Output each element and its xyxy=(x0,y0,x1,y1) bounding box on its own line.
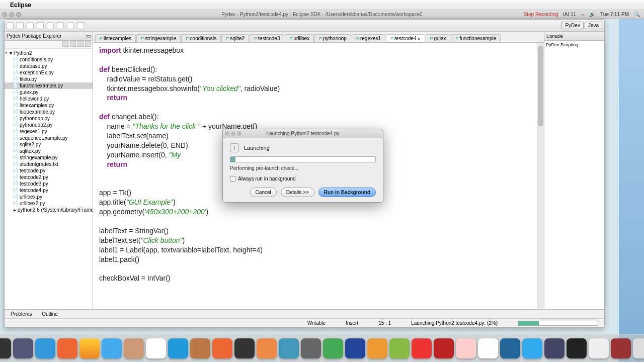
dock-icon[interactable] xyxy=(522,338,542,358)
outline-tab[interactable]: Outline xyxy=(39,311,61,317)
launching-dialog: Launching Python2 testcode4.py i Launchi… xyxy=(222,129,383,203)
file-node[interactable]: functionexample.py xyxy=(5,82,93,89)
editor-tab[interactable]: Pconditionals xyxy=(181,34,221,42)
dock-icon[interactable] xyxy=(57,338,77,358)
python-system-node[interactable]: ▸ python2.6 (/System/Library/Frameworks/… xyxy=(5,207,93,213)
status-insert: Insert xyxy=(346,320,358,326)
toolbar-button[interactable] xyxy=(47,22,54,29)
project-node[interactable]: ▾ Python2 xyxy=(5,50,93,56)
always-background-label: Always run in background xyxy=(238,176,296,182)
file-node[interactable]: conditionals.py xyxy=(5,56,93,63)
problems-tab[interactable]: Problems xyxy=(8,311,35,317)
file-node[interactable]: testcode3.py xyxy=(5,180,93,187)
file-node[interactable]: listexamples.py xyxy=(5,102,93,109)
vertical-scrollbar[interactable] xyxy=(537,43,544,309)
dock-icon[interactable] xyxy=(124,338,144,358)
spotlight-icon[interactable]: 🔍 xyxy=(634,12,640,17)
dock-icon[interactable] xyxy=(412,338,432,358)
dock-icon[interactable] xyxy=(234,338,255,358)
stop-recording[interactable]: Stop Recording xyxy=(524,12,558,17)
console-tab[interactable]: Console xyxy=(546,34,563,39)
dock-icon[interactable] xyxy=(257,338,277,358)
file-node[interactable]: pythonoop.py xyxy=(5,115,93,122)
window-traffic-lights[interactable] xyxy=(2,12,21,17)
toolbar-button[interactable] xyxy=(7,22,14,29)
dock-icon[interactable] xyxy=(13,338,33,358)
perspective-java[interactable]: Java xyxy=(585,22,602,29)
toolbar-button[interactable] xyxy=(17,22,24,29)
editor-tab[interactable]: Pguiex xyxy=(426,34,451,42)
file-node[interactable]: sequenceExample.py xyxy=(5,135,93,141)
dock-icon[interactable] xyxy=(102,338,122,358)
dock-icon[interactable] xyxy=(567,338,587,358)
mac-menubar: Eclipse xyxy=(0,0,644,10)
main-toolbar: PyDev Java xyxy=(5,20,604,32)
dock-icon[interactable] xyxy=(212,338,232,358)
mac-app-name[interactable]: Eclipse xyxy=(10,2,31,9)
file-node[interactable]: sqlitex.py xyxy=(5,148,93,154)
file-node[interactable]: testcode.py xyxy=(5,167,93,174)
info-icon: i xyxy=(230,143,239,152)
file-node[interactable]: stringexample.py xyxy=(5,154,93,161)
file-node[interactable]: guiex.py xyxy=(5,89,93,96)
package-explorer: Pydev Package Explorer ▭ ▾ Python2condit… xyxy=(5,32,93,309)
dock-icon[interactable] xyxy=(146,338,166,358)
file-node[interactable]: urllibex2.py xyxy=(5,200,93,207)
toolbar-button[interactable] xyxy=(57,22,64,29)
dock-icon[interactable] xyxy=(500,338,520,358)
editor-tab[interactable]: Ppythonoop xyxy=(314,34,351,42)
file-node[interactable]: fileio.py xyxy=(5,76,93,82)
dock-icon[interactable] xyxy=(389,338,410,358)
editor-tab[interactable]: Pfunctionexample xyxy=(451,34,501,42)
details-button[interactable]: Details >> xyxy=(281,188,314,197)
editor-tab[interactable]: Pstringexample xyxy=(136,34,181,42)
dock-icon[interactable] xyxy=(434,338,454,358)
dock-icon[interactable] xyxy=(301,338,321,358)
toolbar-button[interactable] xyxy=(27,22,34,29)
dock-icon[interactable] xyxy=(323,338,343,358)
file-node[interactable]: exceptionEx.py xyxy=(5,69,93,76)
cancel-button[interactable]: Cancel xyxy=(250,188,277,197)
file-node[interactable]: sqlite2.py xyxy=(5,141,93,148)
minimize-icon[interactable]: ▭ xyxy=(86,33,91,39)
toolbar-button[interactable] xyxy=(67,22,74,29)
dock-icon[interactable] xyxy=(611,338,631,358)
dock-icon[interactable] xyxy=(168,338,188,358)
file-node[interactable]: database.py xyxy=(5,63,93,69)
editor-tab[interactable]: Plistexamples xyxy=(95,34,136,42)
dock-icon[interactable] xyxy=(544,338,565,358)
toolbar-button[interactable] xyxy=(37,22,44,29)
dock-icon[interactable] xyxy=(279,338,299,358)
editor-tab[interactable]: Ptestcode4● xyxy=(386,34,425,42)
menubar-right: Stop Recording iAI 11 ⏦ 🔊 Tue 7:11 PM 🔍 xyxy=(524,12,640,17)
dock-icon[interactable] xyxy=(35,338,55,358)
editor-tab[interactable]: Psqlite2 xyxy=(221,34,249,42)
file-node[interactable]: urllibex.py xyxy=(5,194,93,200)
toolbar-button[interactable] xyxy=(77,22,84,29)
dock-icon[interactable] xyxy=(633,338,644,358)
file-node[interactable]: testcode4.py xyxy=(5,187,93,194)
file-node[interactable]: testcode2.py xyxy=(5,174,93,180)
perspective-pydev[interactable]: PyDev xyxy=(561,22,583,29)
dock-icon[interactable] xyxy=(345,338,365,358)
file-node[interactable]: loopexample.py xyxy=(5,109,93,115)
editor-tab[interactable]: Ptestcode3 xyxy=(250,34,284,42)
dock-icon[interactable] xyxy=(190,338,210,358)
dock-icon[interactable] xyxy=(589,338,609,358)
file-node[interactable]: helloworld.py xyxy=(5,96,93,102)
always-background-checkbox[interactable] xyxy=(230,176,235,182)
dock-icon[interactable] xyxy=(79,338,100,358)
file-node[interactable]: regexes1.py xyxy=(5,128,93,135)
editor-tab[interactable]: Purllibex xyxy=(285,34,314,42)
run-in-background-button[interactable]: Run in Background xyxy=(318,188,376,197)
editor-tab[interactable]: Pregexes1 xyxy=(352,34,385,42)
dock-icon[interactable] xyxy=(367,338,387,358)
dock-icon[interactable] xyxy=(0,338,11,358)
file-node[interactable]: pythonoop2.py xyxy=(5,122,93,128)
file-node[interactable]: studentgrades.txt xyxy=(5,161,93,167)
dock-icon[interactable] xyxy=(456,338,476,358)
file-tree[interactable]: ▾ Python2conditionals.pydatabase.pyexcep… xyxy=(5,49,93,309)
status-writable: Writable xyxy=(307,320,326,326)
dock-icon[interactable] xyxy=(478,338,498,358)
status-launch: Launching Python2 testcode4.py: (2%) xyxy=(411,320,498,326)
